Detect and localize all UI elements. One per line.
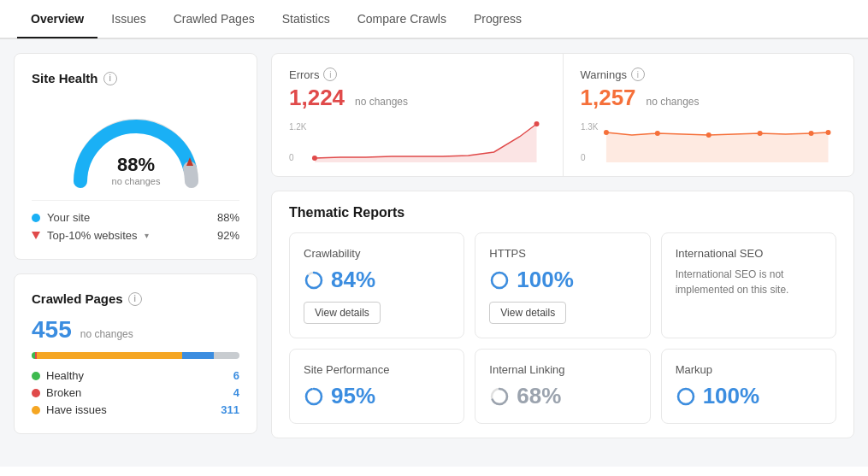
healthy-dot xyxy=(32,372,40,380)
top10-label: Top-10% websites xyxy=(47,229,138,242)
thematic-reports-section: Thematic Reports Crawlability 84% View d… xyxy=(271,191,854,438)
crawled-no-changes: no changes xyxy=(80,328,133,340)
top10-triangle xyxy=(32,232,40,239)
crawled-pages-card: Crawled Pages i 455 no changes Healthy xyxy=(14,273,257,434)
crawled-pages-title: Crawled Pages i xyxy=(32,291,239,306)
report-intl-seo: International SEO International SEO is n… xyxy=(661,232,836,338)
crawlability-view-details[interactable]: View details xyxy=(304,302,381,324)
tab-progress[interactable]: Progress xyxy=(460,0,535,38)
pb-orange xyxy=(37,352,182,359)
internal-linking-percent: 68% xyxy=(489,383,635,409)
warnings-chart: 1.3K 0 xyxy=(581,120,837,162)
errors-no-change: no changes xyxy=(355,96,408,108)
errors-block: Errors i 1,224 no changes 1.2K 0 xyxy=(272,54,564,176)
gauge-percent: 88% xyxy=(116,154,154,175)
site-health-title: Site Health i xyxy=(32,71,239,85)
errors-label: Errors i xyxy=(289,68,546,81)
site-performance-ring-icon xyxy=(304,386,324,407)
errors-info-icon[interactable]: i xyxy=(323,68,337,81)
markup-percent: 100% xyxy=(676,383,822,409)
https-name: HTTPS xyxy=(489,247,635,260)
report-https: HTTPS 100% View details xyxy=(475,232,650,338)
main-content: Site Health i 88% no changes xyxy=(0,39,868,467)
top10-value: 92% xyxy=(217,229,239,242)
svg-point-14 xyxy=(825,130,830,135)
svg-point-10 xyxy=(654,131,659,136)
tab-compare-crawls[interactable]: Compare Crawls xyxy=(344,0,460,38)
crawled-progress-bar xyxy=(32,352,239,359)
broken-dot xyxy=(32,389,40,397)
svg-text:1.2K: 1.2K xyxy=(289,122,307,132)
issues-dot xyxy=(32,406,40,414)
svg-point-12 xyxy=(757,131,762,136)
crawled-count: 455 xyxy=(32,316,72,344)
site-performance-name: Site Performance xyxy=(304,363,450,376)
warnings-label: Warnings i xyxy=(581,68,837,81)
markup-ring-icon xyxy=(676,386,696,407)
health-healthy: Healthy 6 xyxy=(32,369,239,382)
tab-issues[interactable]: Issues xyxy=(97,0,159,38)
sidebar: Site Health i 88% no changes xyxy=(14,53,257,453)
metrics-row: Errors i 1,224 no changes 1.2K 0 xyxy=(271,53,854,177)
svg-point-5 xyxy=(534,121,540,126)
site-performance-percent: 95% xyxy=(304,383,450,409)
https-view-details[interactable]: View details xyxy=(489,302,566,324)
healthy-label: Healthy xyxy=(46,369,84,382)
warnings-block: Warnings i 1,257 no changes 1.3K 0 xyxy=(564,54,854,176)
svg-point-20 xyxy=(306,389,322,404)
svg-point-11 xyxy=(706,132,711,138)
internal-linking-name: Internal Linking xyxy=(489,363,635,376)
svg-point-24 xyxy=(678,389,694,404)
crawlability-percent: 84% xyxy=(304,267,450,293)
right-panel: Errors i 1,224 no changes 1.2K 0 xyxy=(271,53,854,453)
tab-crawled-pages[interactable]: Crawled Pages xyxy=(160,0,269,38)
https-percent: 100% xyxy=(489,267,635,293)
markup-name: Markup xyxy=(676,363,822,376)
reports-grid: Crawlability 84% View details HTTPS xyxy=(289,232,836,424)
site-health-card: Site Health i 88% no changes xyxy=(14,53,257,260)
site-health-info-icon[interactable]: i xyxy=(103,72,117,85)
health-have-issues: Have issues 311 xyxy=(32,403,239,416)
site-health-label: Site Health xyxy=(32,71,98,85)
svg-text:1.3K: 1.3K xyxy=(581,122,599,132)
pb-blue xyxy=(182,352,213,359)
tab-statistics[interactable]: Statistics xyxy=(269,0,344,38)
svg-text:0: 0 xyxy=(289,153,294,162)
thematic-reports-title: Thematic Reports xyxy=(289,205,836,220)
svg-point-18 xyxy=(492,273,507,288)
pb-gray xyxy=(214,352,239,359)
health-broken: Broken 4 xyxy=(32,386,239,399)
broken-label: Broken xyxy=(46,386,81,399)
intl-seo-description: International SEO is not implemented on … xyxy=(676,267,822,297)
report-markup: Markup 100% xyxy=(661,349,836,424)
gauge-container: 88% no changes xyxy=(32,96,239,190)
errors-value: 1,224 xyxy=(289,85,345,110)
gauge-label: no changes xyxy=(111,176,160,186)
intl-seo-name: International SEO xyxy=(676,247,822,260)
https-ring-icon xyxy=(489,270,510,291)
broken-count: 4 xyxy=(233,386,239,399)
crawlability-ring-icon xyxy=(304,270,324,291)
crawled-pages-label: Crawled Pages xyxy=(32,291,123,306)
warnings-info-icon[interactable]: i xyxy=(631,68,645,81)
issues-label: Have issues xyxy=(46,403,107,416)
your-site-dot xyxy=(32,214,40,222)
legend-your-site: Your site 88% xyxy=(32,211,239,224)
site-health-legend: Your site 88% Top-10% websites ▾ 92% xyxy=(32,200,239,242)
warnings-value: 1,257 xyxy=(581,85,636,110)
your-site-label: Your site xyxy=(47,211,90,224)
internal-linking-ring-icon xyxy=(489,386,510,407)
healthy-count: 6 xyxy=(233,369,239,382)
tab-overview[interactable]: Overview xyxy=(17,0,97,38)
legend-top10: Top-10% websites ▾ 92% xyxy=(32,229,239,242)
crawled-pages-info-icon[interactable]: i xyxy=(128,292,142,306)
chevron-down-icon[interactable]: ▾ xyxy=(145,231,149,240)
svg-marker-8 xyxy=(605,132,828,162)
gauge-svg: 88% no changes xyxy=(63,96,209,190)
top-nav: Overview Issues Crawled Pages Statistics… xyxy=(0,0,868,39)
errors-chart: 1.2K 0 xyxy=(289,120,546,162)
svg-point-13 xyxy=(808,131,813,136)
issues-count: 311 xyxy=(221,403,239,416)
health-list: Healthy 6 Broken 4 Have issues xyxy=(32,369,239,416)
warnings-no-change: no changes xyxy=(646,96,699,108)
